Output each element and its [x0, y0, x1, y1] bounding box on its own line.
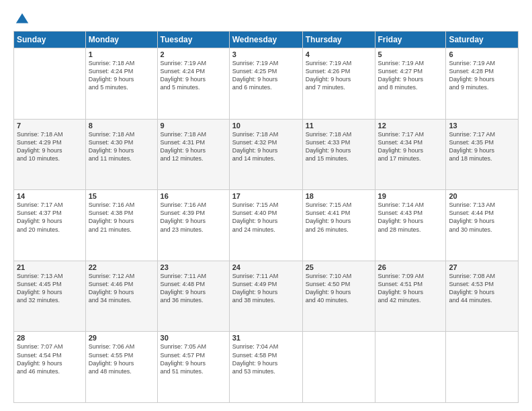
day-info: Sunrise: 7:19 AM Sunset: 4:26 PM Dayligh…: [306, 59, 372, 92]
day-info: Sunrise: 7:19 AM Sunset: 4:27 PM Dayligh…: [378, 59, 443, 92]
calendar-cell: 20Sunrise: 7:13 AM Sunset: 4:44 PM Dayli…: [446, 190, 519, 261]
day-info: Sunrise: 7:19 AM Sunset: 4:24 PM Dayligh…: [161, 59, 226, 92]
calendar-cell: 22Sunrise: 7:12 AM Sunset: 4:46 PM Dayli…: [85, 261, 157, 332]
calendar-cell: 24Sunrise: 7:11 AM Sunset: 4:49 PM Dayli…: [229, 261, 302, 332]
calendar-cell: 5Sunrise: 7:19 AM Sunset: 4:27 PM Daylig…: [375, 48, 446, 120]
day-number: 25: [306, 263, 372, 271]
weekday-header-saturday: Saturday: [446, 32, 519, 48]
day-info: Sunrise: 7:17 AM Sunset: 4:37 PM Dayligh…: [17, 201, 83, 234]
day-number: 18: [306, 192, 372, 200]
day-info: Sunrise: 7:18 AM Sunset: 4:32 PM Dayligh…: [232, 130, 300, 163]
calendar-cell: 8Sunrise: 7:18 AM Sunset: 4:30 PM Daylig…: [85, 119, 157, 190]
calendar-cell: 29Sunrise: 7:06 AM Sunset: 4:55 PM Dayli…: [85, 332, 157, 403]
calendar-cell: [375, 332, 446, 403]
day-number: 6: [449, 50, 515, 58]
day-info: Sunrise: 7:04 AM Sunset: 4:58 PM Dayligh…: [232, 342, 300, 375]
day-number: 1: [89, 50, 154, 58]
day-number: 30: [161, 334, 226, 342]
day-info: Sunrise: 7:15 AM Sunset: 4:41 PM Dayligh…: [306, 201, 372, 234]
day-number: 12: [378, 122, 443, 130]
logo-text: [13, 12, 30, 27]
calendar-cell: 4Sunrise: 7:19 AM Sunset: 4:26 PM Daylig…: [302, 48, 375, 120]
day-number: 10: [232, 122, 300, 130]
day-info: Sunrise: 7:17 AM Sunset: 4:35 PM Dayligh…: [449, 130, 515, 163]
day-info: Sunrise: 7:16 AM Sunset: 4:39 PM Dayligh…: [161, 201, 226, 234]
calendar-table: SundayMondayTuesdayWednesdayThursdayFrid…: [13, 31, 519, 403]
day-info: Sunrise: 7:13 AM Sunset: 4:44 PM Dayligh…: [449, 201, 515, 234]
calendar-cell: 11Sunrise: 7:18 AM Sunset: 4:33 PM Dayli…: [302, 119, 375, 190]
calendar-row-4: 28Sunrise: 7:07 AM Sunset: 4:54 PM Dayli…: [14, 332, 519, 403]
day-number: 16: [161, 192, 226, 200]
calendar-cell: 10Sunrise: 7:18 AM Sunset: 4:32 PM Dayli…: [229, 119, 302, 190]
calendar-cell: 17Sunrise: 7:15 AM Sunset: 4:40 PM Dayli…: [229, 190, 302, 261]
day-info: Sunrise: 7:10 AM Sunset: 4:50 PM Dayligh…: [306, 272, 372, 305]
calendar-cell: 28Sunrise: 7:07 AM Sunset: 4:54 PM Dayli…: [14, 332, 86, 403]
day-number: 21: [17, 263, 83, 271]
day-info: Sunrise: 7:14 AM Sunset: 4:43 PM Dayligh…: [378, 201, 443, 234]
calendar-cell: 19Sunrise: 7:14 AM Sunset: 4:43 PM Dayli…: [375, 190, 446, 261]
calendar-cell: 31Sunrise: 7:04 AM Sunset: 4:58 PM Dayli…: [229, 332, 302, 403]
calendar-cell: 15Sunrise: 7:16 AM Sunset: 4:38 PM Dayli…: [85, 190, 157, 261]
calendar-cell: [446, 332, 519, 403]
calendar-cell: 14Sunrise: 7:17 AM Sunset: 4:37 PM Dayli…: [14, 190, 86, 261]
day-number: 20: [449, 192, 515, 200]
day-number: 3: [232, 50, 300, 58]
day-info: Sunrise: 7:09 AM Sunset: 4:51 PM Dayligh…: [378, 272, 443, 305]
day-number: 31: [232, 334, 300, 342]
calendar-cell: 27Sunrise: 7:08 AM Sunset: 4:53 PM Dayli…: [446, 261, 519, 332]
day-number: 22: [89, 263, 154, 271]
calendar-cell: 2Sunrise: 7:19 AM Sunset: 4:24 PM Daylig…: [157, 48, 229, 120]
day-number: 27: [449, 263, 515, 271]
calendar-cell: [14, 48, 86, 120]
day-info: Sunrise: 7:06 AM Sunset: 4:55 PM Dayligh…: [89, 342, 154, 375]
calendar-row-2: 14Sunrise: 7:17 AM Sunset: 4:37 PM Dayli…: [14, 190, 519, 261]
logo-icon: [15, 12, 30, 27]
day-number: 17: [232, 192, 300, 200]
day-number: 2: [161, 50, 226, 58]
day-number: 13: [449, 122, 515, 130]
calendar-row-0: 1Sunrise: 7:18 AM Sunset: 4:24 PM Daylig…: [14, 48, 519, 120]
day-info: Sunrise: 7:15 AM Sunset: 4:40 PM Dayligh…: [232, 201, 300, 234]
day-info: Sunrise: 7:18 AM Sunset: 4:33 PM Dayligh…: [306, 130, 372, 163]
day-info: Sunrise: 7:07 AM Sunset: 4:54 PM Dayligh…: [17, 342, 83, 375]
page: SundayMondayTuesdayWednesdayThursdayFrid…: [0, 0, 532, 411]
calendar-cell: 9Sunrise: 7:18 AM Sunset: 4:31 PM Daylig…: [157, 119, 229, 190]
day-number: 28: [17, 334, 83, 342]
weekday-header-tuesday: Tuesday: [157, 32, 229, 48]
calendar-cell: 21Sunrise: 7:13 AM Sunset: 4:45 PM Dayli…: [14, 261, 86, 332]
day-info: Sunrise: 7:18 AM Sunset: 4:30 PM Dayligh…: [89, 130, 154, 163]
calendar-cell: 6Sunrise: 7:19 AM Sunset: 4:28 PM Daylig…: [446, 48, 519, 120]
calendar-cell: 23Sunrise: 7:11 AM Sunset: 4:48 PM Dayli…: [157, 261, 229, 332]
calendar-row-3: 21Sunrise: 7:13 AM Sunset: 4:45 PM Dayli…: [14, 261, 519, 332]
calendar-cell: 3Sunrise: 7:19 AM Sunset: 4:25 PM Daylig…: [229, 48, 302, 120]
day-info: Sunrise: 7:08 AM Sunset: 4:53 PM Dayligh…: [449, 272, 515, 305]
day-info: Sunrise: 7:11 AM Sunset: 4:48 PM Dayligh…: [161, 272, 226, 305]
logo: [13, 12, 30, 24]
day-info: Sunrise: 7:18 AM Sunset: 4:24 PM Dayligh…: [89, 59, 154, 92]
weekday-header-friday: Friday: [375, 32, 446, 48]
day-number: 8: [89, 122, 154, 130]
day-info: Sunrise: 7:19 AM Sunset: 4:28 PM Dayligh…: [449, 59, 515, 92]
day-number: 7: [17, 122, 83, 130]
weekday-header-thursday: Thursday: [302, 32, 375, 48]
day-number: 11: [306, 122, 372, 130]
calendar-cell: 7Sunrise: 7:18 AM Sunset: 4:29 PM Daylig…: [14, 119, 86, 190]
calendar-cell: 25Sunrise: 7:10 AM Sunset: 4:50 PM Dayli…: [302, 261, 375, 332]
day-number: 14: [17, 192, 83, 200]
calendar-row-1: 7Sunrise: 7:18 AM Sunset: 4:29 PM Daylig…: [14, 119, 519, 190]
calendar-cell: 13Sunrise: 7:17 AM Sunset: 4:35 PM Dayli…: [446, 119, 519, 190]
day-info: Sunrise: 7:05 AM Sunset: 4:57 PM Dayligh…: [161, 342, 226, 375]
calendar-cell: 12Sunrise: 7:17 AM Sunset: 4:34 PM Dayli…: [375, 119, 446, 190]
day-number: 29: [89, 334, 154, 342]
day-number: 4: [306, 50, 372, 58]
day-number: 24: [232, 263, 300, 271]
day-number: 26: [378, 263, 443, 271]
calendar-cell: 18Sunrise: 7:15 AM Sunset: 4:41 PM Dayli…: [302, 190, 375, 261]
day-info: Sunrise: 7:19 AM Sunset: 4:25 PM Dayligh…: [232, 59, 300, 92]
day-info: Sunrise: 7:18 AM Sunset: 4:31 PM Dayligh…: [161, 130, 226, 163]
day-info: Sunrise: 7:18 AM Sunset: 4:29 PM Dayligh…: [17, 130, 83, 163]
day-number: 5: [378, 50, 443, 58]
weekday-header-wednesday: Wednesday: [229, 32, 302, 48]
calendar-cell: [302, 332, 375, 403]
day-info: Sunrise: 7:11 AM Sunset: 4:49 PM Dayligh…: [232, 272, 300, 305]
